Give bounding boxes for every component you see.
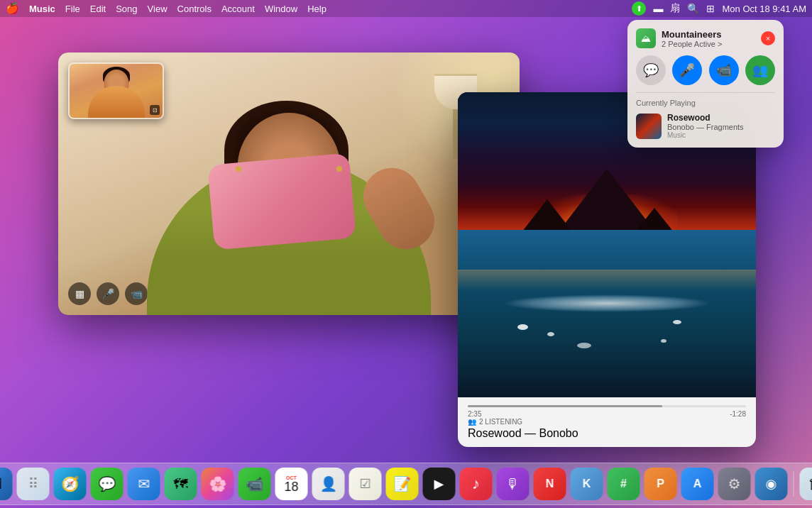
menu-edit[interactable]: Edit (90, 4, 106, 14)
notif-song-info: Rosewood Bonobo — Fragments Music (667, 113, 744, 139)
menu-file[interactable]: File (65, 4, 80, 14)
menu-help[interactable]: Help (307, 4, 327, 14)
appletv-icon: ▶ (434, 476, 444, 492)
apple-menu[interactable]: 🍎 (6, 2, 19, 15)
wave-white-2 (547, 332, 554, 336)
music-track-name: Rosewood — Bonobo (468, 427, 578, 440)
dock-calendar[interactable]: OCT 18 (275, 468, 308, 500)
dock-appstore[interactable]: A (681, 468, 714, 500)
maps-icon: 🗺 (174, 476, 188, 492)
music-time-elapsed: 2:35 (468, 410, 481, 418)
dock-reminders[interactable]: ☑ (349, 468, 382, 500)
mute-button[interactable]: 🎤 (97, 282, 119, 305)
notif-mic-button[interactable]: 🎤 (672, 55, 702, 85)
screensaver-icon: ◉ (766, 476, 777, 492)
dock-photos[interactable]: 🌸 (202, 468, 234, 500)
notif-group-button[interactable]: 👥 (745, 55, 775, 85)
dock-sysprefer[interactable]: ⚙ (718, 468, 751, 500)
listening-icon: 👥 (468, 418, 476, 426)
notif-header: ⛰ Mountaineers 2 People Active > × (636, 28, 775, 48)
dock-trash[interactable]: 🗑 (800, 468, 813, 500)
person-scarf (207, 153, 356, 250)
dock-maps[interactable]: 🗺 (165, 468, 197, 500)
dock-messages[interactable]: 💬 (91, 468, 124, 500)
notif-currently-playing-label: Currently Playing (636, 99, 775, 107)
facetime-thumbnail[interactable]: ⊡ (68, 62, 164, 119)
music-listening-count: 👥 2 LISTENING (468, 418, 746, 426)
dock-screensaver[interactable]: ◉ (755, 468, 788, 500)
dock-separator (794, 471, 794, 497)
wave-white-4 (661, 339, 666, 343)
menu-window[interactable]: Window (265, 4, 297, 14)
menubar: 🍎 Music File Edit Song View Controls Acc… (0, 0, 812, 17)
safari-icon: 🧭 (61, 475, 79, 492)
reminders-icon: ☑ (360, 476, 371, 492)
menu-view[interactable]: View (148, 4, 168, 14)
dock-contacts[interactable]: 👤 (312, 468, 345, 500)
wave-white-3 (673, 320, 681, 324)
notif-video-button[interactable]: 📹 (709, 55, 739, 85)
sysprefer-icon: ⚙ (728, 475, 741, 492)
notif-song-title: Rosewood (667, 113, 744, 123)
mail-icon: ✉ (138, 475, 150, 492)
video-button[interactable]: 📹 (125, 282, 148, 305)
menu-song[interactable]: Song (116, 4, 137, 14)
dock-finder[interactable]: 🖥 (0, 468, 13, 500)
notif-album-art (636, 114, 662, 139)
news-icon: N (546, 477, 554, 490)
dock-facetime[interactable]: 📹 (238, 468, 271, 500)
music-time-remaining: -1:28 (730, 410, 746, 418)
search-icon[interactable]: 🔍 (687, 3, 699, 14)
listening-label: 2 LISTENING (479, 418, 522, 426)
dock-music[interactable]: ♪ (460, 468, 493, 500)
messages-icon: 💬 (98, 475, 116, 492)
dock: 🖥 ⠿ 🧭 💬 ✉ 🗺 🌸 📹 OCT 18 👤 ☑ 📝 ▶ ♪ 🎙 N (0, 463, 812, 505)
photos-icon: 🌸 (209, 475, 226, 492)
dock-safari[interactable]: 🧭 (54, 468, 87, 500)
notif-app-icon: ⛰ (636, 28, 656, 48)
dock-launchpad[interactable]: ⠿ (17, 468, 50, 500)
dock-podcasts[interactable]: 🎙 (497, 468, 530, 500)
facetime-window: ⊡ ▦ 🎤 📹 ⊡ ✕ (58, 53, 520, 315)
dock-pages[interactable]: P (644, 468, 677, 500)
music-progress-fill (468, 405, 662, 407)
podcasts-icon: 🎙 (506, 476, 520, 492)
notif-song-detail: Bonobo — Fragments (667, 123, 744, 131)
notif-album-thumb (636, 114, 662, 139)
trash-icon: 🗑 (808, 475, 813, 493)
notif-title-group: Mountaineers 2 People Active > (662, 29, 722, 48)
menu-clock: Mon Oct 18 9:41 AM (722, 4, 806, 14)
music-ocean (458, 230, 756, 398)
person-earrings-r (336, 166, 342, 172)
music-track-info: Rosewood — Bonobo (468, 427, 746, 440)
battery-icon: ▬ (653, 3, 663, 14)
menubar-right: ⬆ ▬ 扇 🔍 ⊞ Mon Oct 18 9:41 AM (632, 1, 806, 16)
notif-app-name: Mountaineers (662, 29, 722, 40)
notif-actions: 💬 🎤 📹 👥 (636, 55, 775, 85)
menu-account[interactable]: Account (221, 4, 255, 14)
music-progress-bar[interactable] (468, 405, 746, 407)
screen-share-indicator: ⊡ (150, 105, 160, 115)
notif-song-row: Rosewood Bonobo — Fragments Music (636, 113, 775, 139)
dock-news[interactable]: N (534, 468, 566, 500)
dock-notes[interactable]: 📝 (386, 468, 419, 500)
notif-subtitle: 2 People Active > (662, 40, 722, 48)
keynote-icon: K (583, 477, 591, 490)
notification-panel: ⛰ Mountaineers 2 People Active > × 💬 🎤 📹… (627, 20, 784, 148)
thumbnail-background (70, 64, 163, 118)
music-icon: ♪ (472, 475, 480, 493)
numbers-icon: # (620, 477, 627, 490)
dock-numbers[interactable]: # (608, 468, 640, 500)
dock-keynote[interactable]: K (571, 468, 603, 500)
wifi-icon: 扇 (670, 2, 680, 15)
control-center-icon[interactable]: ⊞ (706, 3, 715, 14)
menubar-left: 🍎 Music File Edit Song View Controls Acc… (6, 2, 327, 15)
notif-message-button[interactable]: 💬 (636, 55, 666, 85)
dock-mail[interactable]: ✉ (128, 468, 160, 500)
notes-icon: 📝 (393, 475, 411, 492)
menu-controls[interactable]: Controls (177, 4, 212, 14)
sidebar-toggle-button[interactable]: ▦ (68, 282, 91, 305)
dock-appletv[interactable]: ▶ (423, 468, 456, 500)
notif-close-button[interactable]: × (761, 31, 775, 45)
menu-app[interactable]: Music (29, 4, 55, 14)
